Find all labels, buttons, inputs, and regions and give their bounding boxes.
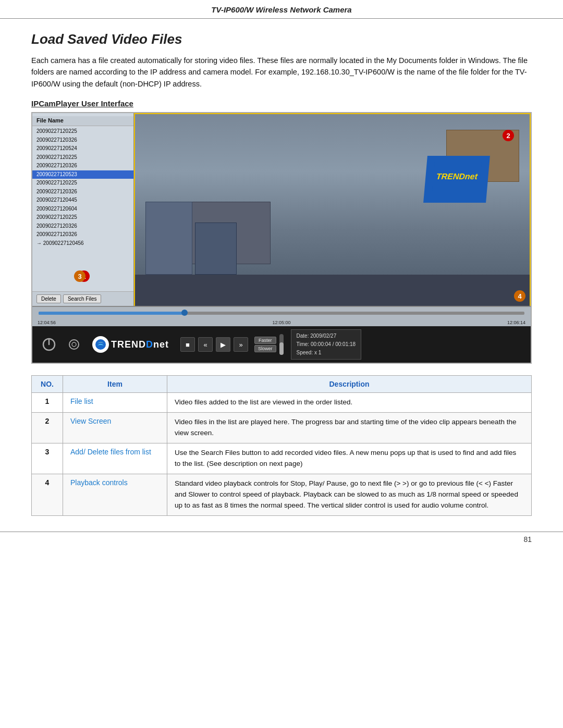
stop-button[interactable]: ■	[180, 337, 195, 352]
list-item[interactable]: 20090227120225	[32, 179, 133, 188]
file-list-panel: File Name 20090227120225 20090227120326 …	[32, 113, 134, 306]
col-item: Item	[63, 376, 167, 393]
page-title: Load Saved Video Files	[31, 31, 532, 47]
table-section: NO. Item Description 1 File list Video f…	[31, 375, 532, 515]
main-content: Load Saved Video Files Each camera has a…	[0, 19, 563, 516]
camera-ui-top: File Name 20090227120225 20090227120326 …	[32, 113, 531, 306]
col-no: NO.	[32, 376, 63, 393]
list-item[interactable]: 20090227120445	[32, 196, 133, 205]
info-panel: Date: 2009/02/27 Time: 00:00:04 / 00:01:…	[291, 329, 362, 360]
playback-buttons: ■ « ▶ »	[174, 337, 254, 352]
play-button[interactable]: ▶	[216, 337, 230, 352]
row-3-no: 3	[32, 443, 63, 474]
page-footer: 81	[0, 532, 563, 549]
list-item[interactable]: 20090227120326	[32, 230, 133, 239]
list-item[interactable]: 20090227120326	[32, 136, 133, 145]
video-panel: TRENDnet 2 4	[134, 113, 531, 306]
page-header: TV-IP600/W Wireless Network Camera	[0, 0, 563, 19]
delete-button[interactable]: Delete	[36, 294, 61, 303]
prev-button[interactable]: «	[198, 337, 213, 352]
row-3-desc: Use the Search Files button to add recor…	[167, 443, 532, 474]
description-table: NO. Item Description 1 File list Video f…	[31, 375, 532, 515]
logo-icon	[92, 336, 109, 353]
volume-track[interactable]	[279, 334, 284, 355]
col-desc: Description	[167, 376, 532, 393]
section-label: IPCamPlayer User Interface	[31, 99, 532, 108]
info-speed: Speed: x 1	[297, 349, 356, 357]
search-files-button[interactable]: Search Files	[63, 294, 102, 303]
row-2-desc: Video files in the list are played here.…	[167, 413, 532, 443]
time-start: 12:04:56	[38, 320, 56, 325]
row-4-desc: Standard video playback controls for Sto…	[167, 474, 532, 516]
svg-text:TRENDnet: TRENDnet	[436, 171, 478, 181]
list-item[interactable]: 20090227120326	[32, 222, 133, 231]
info-date: Date: 2009/02/27	[297, 332, 356, 340]
office-scene: TRENDnet	[135, 114, 530, 306]
row-3-item: Add/ Delete files from list	[63, 443, 167, 474]
cabinet-mid	[195, 223, 237, 275]
floor	[135, 275, 530, 306]
table-row: 1 File list Video files added to the lis…	[32, 393, 532, 413]
list-item-selected[interactable]: 20090227120523	[32, 170, 133, 179]
list-item[interactable]: 20090227120225	[32, 127, 133, 136]
cabinet-left	[145, 202, 192, 275]
control-bar: TRENDDnet ■ « ▶ » Faster Slower	[32, 326, 531, 363]
table-row: 4 Playback controls Standard video playb…	[32, 474, 532, 516]
progress-thumb	[181, 310, 188, 316]
volume-slider[interactable]	[276, 334, 287, 355]
power-icon[interactable]	[32, 338, 61, 351]
time-end: 12:06:14	[507, 320, 525, 325]
next-button[interactable]: »	[234, 337, 248, 352]
list-item[interactable]: 20090227120326	[32, 188, 133, 196]
file-list-items[interactable]: 20090227120225 20090227120326 2009022712…	[32, 126, 133, 291]
scene-banner: TRENDnet	[423, 156, 490, 203]
svg-point-5	[72, 342, 76, 347]
volume-fill	[279, 342, 284, 355]
table-row: 2 View Screen Video files in the list ar…	[32, 413, 532, 443]
row-2-item: View Screen	[63, 413, 167, 443]
list-item[interactable]: 20090227120326	[32, 162, 133, 170]
row-4-item: Playback controls	[63, 474, 167, 516]
list-item[interactable]: 20090227120225	[32, 213, 133, 222]
volume-icon[interactable]	[61, 339, 87, 350]
file-list-buttons: Delete Search Files	[32, 291, 133, 306]
speed-controls: Faster Slower	[254, 337, 276, 352]
row-1-no: 1	[32, 393, 63, 413]
row-1-desc: Video files added to the list are viewed…	[167, 393, 532, 413]
list-item[interactable]: 20090227120524	[32, 144, 133, 153]
svg-point-4	[69, 340, 79, 349]
list-item-current[interactable]: 20090227120456	[32, 239, 133, 248]
header-title: TV-IP600/W Wireless Network Camera	[211, 5, 351, 14]
info-time: Time: 00:00:04 / 00:01:18	[297, 340, 356, 349]
table-row: 3 Add/ Delete files from list Use the Se…	[32, 443, 532, 474]
trendnet-logo: TRENDDnet	[87, 336, 174, 353]
row-4-no: 4	[32, 474, 63, 516]
intro-paragraph: Each camera has a file created automatic…	[31, 55, 532, 90]
row-2-no: 2	[32, 413, 63, 443]
camera-ui-mockup: File Name 20090227120225 20090227120326 …	[31, 112, 532, 364]
list-item[interactable]: 20090227120225	[32, 153, 133, 162]
time-mid: 12:05:00	[272, 320, 290, 325]
list-item[interactable]: 20090227120604	[32, 205, 133, 214]
progress-bar[interactable]	[39, 312, 524, 315]
progress-fill	[39, 312, 185, 315]
file-list-header: File Name	[32, 116, 133, 126]
row-1-item: File list	[63, 393, 167, 413]
timeline-row: 12:04:56 12:05:00 12:06:14	[32, 319, 531, 326]
progress-area[interactable]	[32, 306, 531, 319]
logo-text: TRENDDnet	[111, 339, 169, 350]
slower-button[interactable]: Slower	[254, 345, 276, 352]
timeline-container: 12:04:56 12:05:00 12:06:14	[32, 306, 531, 326]
faster-button[interactable]: Faster	[254, 337, 276, 344]
page-number: 81	[523, 535, 532, 544]
